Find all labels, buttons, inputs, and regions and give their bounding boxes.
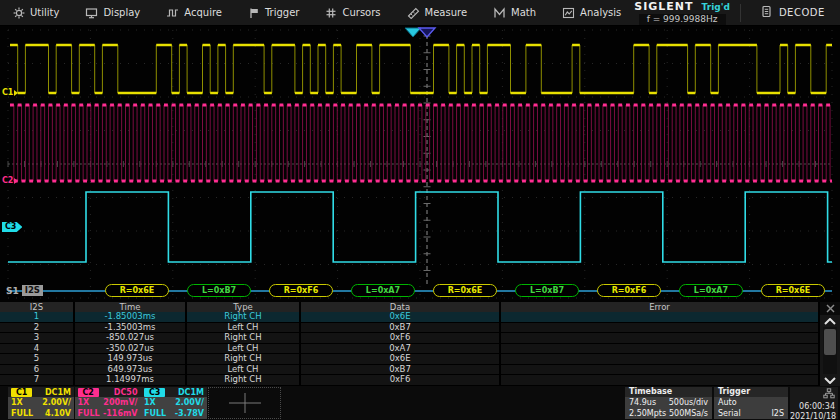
channel-attenuation: 1X <box>144 398 156 407</box>
clock-time: 06:00:34 <box>790 402 835 412</box>
table-body: 1-1.85003msRight CH0x6E2-1.35003msLeft C… <box>0 312 840 386</box>
cell-type: Left CH <box>187 365 301 376</box>
clock-date: 2021/10/18 <box>790 412 835 420</box>
acquire-icon <box>166 7 179 19</box>
decode-bubble-right: R=0xF6 <box>597 284 661 297</box>
table-row[interactable]: 5149.973usRight CH0x6E <box>0 354 820 365</box>
scrollbar-thumb[interactable] <box>824 329 836 355</box>
cell-index: 6 <box>0 365 75 376</box>
network-icon <box>823 388 835 402</box>
cell-data: 0xF6 <box>301 333 501 344</box>
decode-bubble-left: L=0xA7 <box>351 284 415 297</box>
channel-row-bottom: FULL -3.78V <box>141 408 207 419</box>
channel-row-top: C3 DC1M <box>141 387 207 397</box>
trigger-bus-type: I2S <box>771 409 784 418</box>
channel-info-c1[interactable]: C1 DC1M 1X 2.00V/ FULL 4.10V <box>8 387 74 419</box>
menu-item-label: Trigger <box>265 7 300 18</box>
timebase-panel[interactable]: Timebase 74.9us 500us/div 2.50Mpts 500MS… <box>625 387 712 419</box>
cell-error <box>501 354 820 365</box>
cell-index: 7 <box>0 375 75 386</box>
table-row[interactable]: 4-350.027usLeft CH0xA7 <box>0 344 820 355</box>
channel-info-c3[interactable]: C3 DC1M 1X 2.00V/ FULL -3.78V <box>141 387 207 419</box>
menu-item-cursors[interactable]: Cursors <box>312 0 393 26</box>
cursors-icon <box>325 7 337 19</box>
trigger-source: Serial <box>718 409 741 418</box>
channel-info-c2[interactable]: C2 DC50 1X 200mV/ FULL -116mV <box>75 387 141 419</box>
clock-panel: 06:00:34 2021/10/18 <box>790 387 838 419</box>
table-row[interactable]: 3-850.027usRight CH0xF6 <box>0 333 820 344</box>
cell-error <box>501 333 820 344</box>
cell-data: 0xB7 <box>301 365 501 376</box>
decode-button[interactable]: DECODE <box>745 0 840 26</box>
cell-index: 5 <box>0 354 75 365</box>
table-close-button[interactable] <box>820 302 840 315</box>
scrollbar-track[interactable] <box>823 327 837 374</box>
horizontal-delay-marker[interactable] <box>405 28 421 37</box>
trigger-position-marker[interactable] <box>419 28 435 37</box>
position-indicator-box <box>208 387 281 419</box>
cell-type: Right CH <box>187 375 301 386</box>
cell-error <box>501 375 820 386</box>
channel-scale: 2.00V/ <box>42 398 71 407</box>
cell-index: 1 <box>0 312 75 323</box>
channel-badge: C2 <box>78 388 99 397</box>
menu-item-analysis[interactable]: Analysis <box>549 0 634 26</box>
menu-item-trigger[interactable]: Trigger <box>235 0 313 26</box>
channel1-position-marker[interactable]: C1 <box>2 88 18 97</box>
scroll-up-button[interactable] <box>820 315 840 327</box>
table-row[interactable]: 71.14997msRight CH0xF6 <box>0 375 820 386</box>
menu-item-display[interactable]: Display <box>72 0 153 26</box>
table-row[interactable]: 1-1.85003msRight CH0x6E <box>0 312 820 323</box>
cell-time: -350.027us <box>75 344 187 355</box>
menu-item-label: Cursors <box>342 7 380 18</box>
cell-error <box>501 344 820 355</box>
menu-item-measure[interactable]: Measure <box>394 0 481 26</box>
cell-type: Right CH <box>187 333 301 344</box>
trigger-mode: Auto <box>718 398 737 407</box>
menu-item-math[interactable]: Math <box>480 0 549 26</box>
channel-row-top: C1 DC1M <box>8 387 74 397</box>
cell-data: 0x6E <box>301 354 501 365</box>
waveform-display-area: C1 C2 C3 S1 I2S R=0x6EL=0xB7R=0xF6L=0xA7… <box>0 26 840 302</box>
table-row[interactable]: 6649.973usLeft CH0xB7 <box>0 365 820 376</box>
channel-row-mid: 1X 2.00V/ <box>141 397 207 408</box>
channel-attenuation: 1X <box>11 398 23 407</box>
channel-badge: C1 <box>11 388 32 397</box>
cell-time: -1.35003ms <box>75 323 187 334</box>
channel-coupling: DC1M <box>178 388 204 397</box>
channel-bandwidth: FULL <box>78 409 100 418</box>
table-header-row: I2STimeTypeDataError <box>0 302 840 312</box>
decode-icon <box>761 5 772 20</box>
menu-item-label: Measure <box>425 7 468 18</box>
channel-row-bottom: FULL 4.10V <box>8 408 74 419</box>
cell-index: 2 <box>0 323 75 334</box>
channel-scale: 2.00V/ <box>175 398 204 407</box>
table-header-type: Type <box>187 302 301 312</box>
menu-item-utility[interactable]: Utility <box>0 0 72 26</box>
channel-offset: 4.10V <box>45 409 71 418</box>
bus-protocol-badge: I2S <box>22 285 43 296</box>
menu-item-acquire[interactable]: Acquire <box>153 0 235 26</box>
decode-bubble-left: L=0xB7 <box>515 284 579 297</box>
cell-time: 149.973us <box>75 354 187 365</box>
table-header-time: Time <box>75 302 187 312</box>
channel-scale: 200mV/ <box>103 398 137 407</box>
timebase-delay: 74.9us <box>629 398 656 407</box>
cell-time: 1.14997ms <box>75 375 187 386</box>
topbar-divider <box>740 4 741 22</box>
timebase-title: Timebase <box>625 387 712 397</box>
timebase-samplerate: 500MSa/s <box>669 409 708 418</box>
flag-icon <box>248 7 260 19</box>
decode-bubble-left: L=0xB7 <box>187 284 251 297</box>
trigger-panel[interactable]: Trigger Auto Serial I2S <box>714 387 788 419</box>
channel-row-mid: 1X 200mV/ <box>75 397 141 408</box>
cell-error <box>501 323 820 334</box>
table-row[interactable]: 2-1.35003msLeft CH0xB7 <box>0 323 820 334</box>
channel-row-bottom: FULL -116mV <box>75 408 141 419</box>
topbar-right: SIGLENT Trig'd f = 999.9988Hz DECODE <box>634 0 840 26</box>
table-header-i2s: I2S <box>0 302 75 312</box>
display-icon <box>85 7 98 19</box>
scroll-down-button[interactable] <box>820 374 840 386</box>
cell-data: 0xA7 <box>301 344 501 355</box>
channel2-position-marker[interactable]: C2 <box>2 176 18 185</box>
